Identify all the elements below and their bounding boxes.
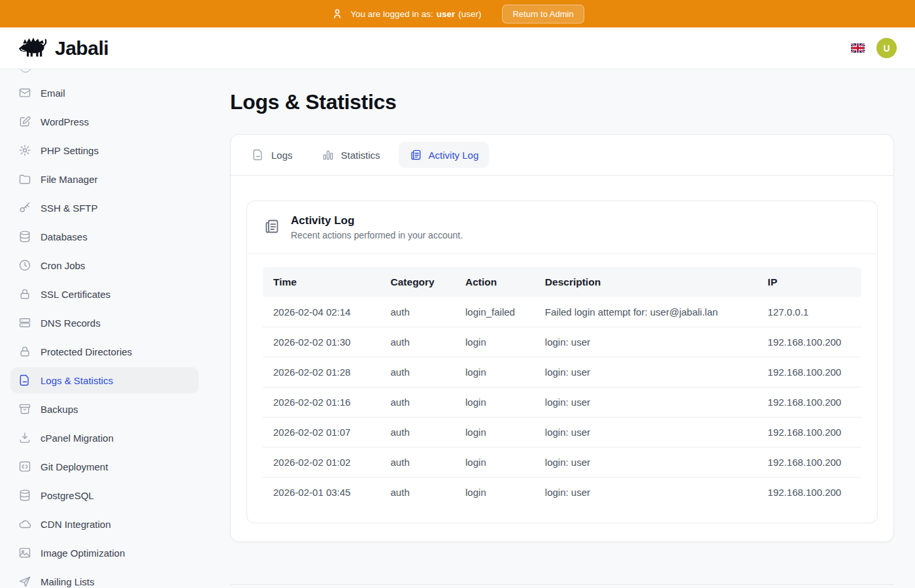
return-to-admin-button[interactable]: Return to Admin	[502, 5, 584, 24]
table-cell-action: login	[455, 327, 535, 357]
sidebar-item-wordpress[interactable]: WordPress	[10, 108, 199, 135]
tab-bar: LogsStatisticsActivity Log	[231, 135, 893, 176]
edit-icon	[18, 115, 31, 128]
logged-in-role: (user)	[458, 9, 481, 19]
sidebar-item-ssh-sftp[interactable]: SSH & SFTP	[10, 195, 199, 221]
table-cell-time: 2026-02-02 01:28	[263, 357, 380, 387]
table-row: 2026-02-02 01:02authloginlogin: user192.…	[263, 448, 861, 478]
sidebar-item-backups[interactable]: Backups	[10, 396, 199, 422]
sidebar-item-label: CDN Integration	[41, 519, 111, 530]
sidebar-item-label: Databases	[41, 231, 88, 242]
person-icon	[331, 7, 344, 20]
download-icon	[18, 431, 31, 444]
server-icon	[18, 316, 31, 329]
sidebar-item-dns-records[interactable]: DNS Records	[10, 310, 199, 336]
table-row: 2026-02-02 01:07authloginlogin: user192.…	[263, 417, 861, 448]
main-content: Logs & Statistics LogsStatisticsActivity…	[209, 69, 915, 588]
column-header-time: Time	[263, 267, 380, 297]
column-header-description: Description	[535, 267, 757, 297]
brand-name: Jabali	[55, 37, 108, 59]
lock-icon	[18, 345, 31, 358]
tab-label: Activity Log	[429, 150, 479, 161]
lock-icon	[18, 287, 31, 301]
tab-statistics[interactable]: Statistics	[311, 142, 391, 168]
table-cell-description: login: user	[535, 448, 757, 478]
logged-in-message: You are logged in as: user (user)	[350, 9, 481, 19]
key-icon	[18, 201, 31, 214]
table-cell-category: auth	[380, 297, 456, 327]
sidebar-item-file-manager[interactable]: File Manager	[10, 166, 199, 192]
partial-scrolled-icon	[20, 69, 31, 73]
tab-label: Logs	[271, 150, 293, 161]
table-cell-category: auth	[380, 478, 456, 508]
sidebar-item-label: Image Optimization	[41, 547, 125, 559]
sidebar-item-label: DNS Records	[41, 318, 101, 329]
footer-divider	[230, 584, 894, 588]
sidebar-item-mailing-lists[interactable]: Mailing Lists	[10, 568, 199, 588]
table-cell-ip: 127.0.0.1	[757, 297, 861, 327]
sidebar-item-protected-directories[interactable]: Protected Directories	[10, 338, 199, 365]
table-row: 2026-02-02 01:28authloginlogin: user192.…	[263, 357, 861, 387]
archive-icon	[18, 402, 31, 416]
table-cell-action: login	[455, 448, 535, 478]
table-cell-ip: 192.168.100.200	[757, 448, 861, 478]
sidebar-item-label: SSL Certificates	[41, 289, 110, 300]
sidebar-nav: EmailWordPressPHP SettingsFile ManagerSS…	[0, 69, 209, 588]
table-header-row: TimeCategoryActionDescriptionIP	[263, 267, 861, 297]
sidebar-item-cdn-integration[interactable]: CDN Integration	[10, 511, 199, 537]
sidebar-item-ssl-certificates[interactable]: SSL Certificates	[10, 281, 199, 307]
table-row: 2026-02-02 01:16authloginlogin: user192.…	[263, 387, 861, 417]
sidebar-item-label: Git Deployment	[41, 461, 108, 472]
table-cell-time: 2026-02-01 03:45	[263, 478, 380, 508]
user-avatar[interactable]: U	[876, 38, 897, 58]
clipboard-icon	[409, 148, 422, 161]
sidebar-item-label: Backups	[41, 404, 78, 415]
table-cell-category: auth	[380, 327, 456, 357]
table-cell-time: 2026-02-04 02:14	[263, 297, 380, 327]
table-row: 2026-02-02 01:30authloginlogin: user192.…	[263, 327, 861, 357]
sidebar-item-label: cPanel Migration	[41, 433, 114, 444]
table-cell-time: 2026-02-02 01:02	[263, 448, 380, 478]
table-cell-description: login: user	[535, 478, 757, 508]
column-header-ip: IP	[757, 267, 861, 297]
table-cell-action: login	[455, 478, 535, 508]
sidebar-item-databases[interactable]: Databases	[10, 223, 199, 250]
table-cell-action: login	[455, 387, 535, 417]
table-cell-ip: 192.168.100.200	[757, 387, 861, 417]
table-cell-category: auth	[380, 387, 456, 417]
table-cell-action: login_failed	[455, 297, 535, 327]
sidebar-item-label: Mailing Lists	[41, 576, 95, 587]
uk-flag-icon[interactable]	[851, 43, 865, 53]
sidebar-item-email[interactable]: Email	[10, 80, 199, 106]
sidebar-item-cron-jobs[interactable]: Cron Jobs	[10, 252, 199, 278]
sidebar-item-label: Cron Jobs	[41, 260, 85, 271]
logged-in-username: user	[437, 9, 456, 19]
table-cell-ip: 192.168.100.200	[757, 417, 861, 448]
sidebar-item-label: Protected Directories	[41, 346, 132, 357]
boar-logo	[18, 36, 48, 60]
sidebar-item-logs-statistics[interactable]: Logs & Statistics	[10, 367, 199, 393]
logged-in-prefix: You are logged in as:	[350, 9, 433, 19]
tab-activity-log[interactable]: Activity Log	[399, 142, 490, 168]
sidebar-item-image-optimization[interactable]: Image Optimization	[10, 540, 199, 566]
sidebar-item-postgresql[interactable]: PostgreSQL	[10, 482, 199, 508]
gear-icon	[18, 144, 31, 157]
table-cell-category: auth	[380, 357, 456, 387]
document-icon	[18, 374, 31, 387]
document-icon	[252, 148, 265, 161]
clock-icon	[18, 259, 31, 272]
sidebar-item-git-deployment[interactable]: Git Deployment	[10, 453, 199, 480]
table-cell-time: 2026-02-02 01:30	[263, 327, 380, 357]
table-cell-description: login: user	[535, 387, 757, 417]
brand[interactable]: Jabali	[18, 36, 108, 60]
sidebar-item-php-settings[interactable]: PHP Settings	[10, 137, 199, 163]
tab-logs[interactable]: Logs	[241, 142, 303, 168]
app-header: Jabali U	[0, 27, 915, 69]
activity-log-title: Activity Log	[291, 214, 463, 227]
clipboard-icon	[263, 218, 280, 235]
table-cell-description: login: user	[535, 417, 757, 448]
activity-log-subtitle: Recent actions performed in your account…	[291, 230, 463, 240]
sidebar-item-cpanel-migration[interactable]: cPanel Migration	[10, 425, 199, 451]
logs-statistics-card: LogsStatisticsActivity Log Activity Log …	[230, 134, 894, 542]
activity-log-card: Activity Log Recent actions performed in…	[246, 201, 878, 523]
